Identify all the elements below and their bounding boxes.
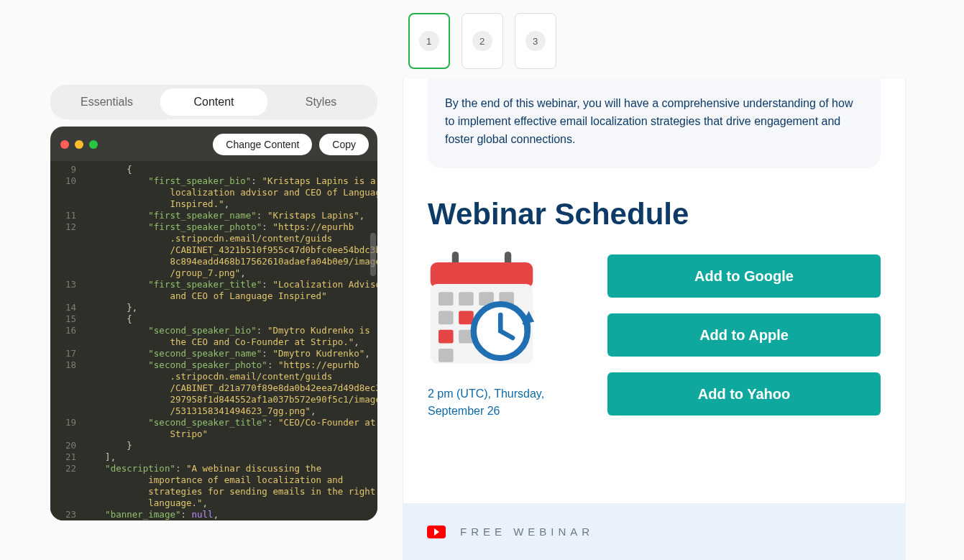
svg-rect-13 <box>459 311 474 325</box>
page-thumb-3[interactable]: 3 <box>515 13 556 69</box>
page-thumb-2[interactable]: 2 <box>462 13 503 69</box>
code-toolbar: Change Content Copy <box>50 127 377 161</box>
preview-pane: By the end of this webinar, you will hav… <box>403 79 906 560</box>
calendar-clock-icon <box>428 252 536 366</box>
page-number: 1 <box>419 31 439 51</box>
page-thumb-1[interactable]: 1 <box>408 13 450 69</box>
schedule-row: 2 pm (UTC), Thursday, September 26 Add t… <box>428 252 881 419</box>
schedule-heading: Webinar Schedule <box>428 197 881 231</box>
maximize-icon <box>89 140 98 149</box>
code-lines[interactable]: { "first_speaker_bio": "Kristaps Lapins … <box>82 161 377 520</box>
tab-styles[interactable]: Styles <box>267 88 375 116</box>
calendar-buttons: Add to Google Add to Apple Add to Yahoo <box>607 252 881 416</box>
scrollbar-thumb[interactable] <box>370 233 376 276</box>
page-number: 3 <box>525 31 546 51</box>
pagination: 1 2 3 <box>408 13 556 69</box>
line-gutter: 91011121314151617181920212223242526 <box>50 161 82 520</box>
schedule-time: 2 pm (UTC), Thursday, September 26 <box>428 385 550 420</box>
page-number: 2 <box>472 31 492 51</box>
left-panel: Essentials Content Styles Change Content… <box>50 85 377 520</box>
tab-bar: Essentials Content Styles <box>50 85 377 119</box>
copy-button[interactable]: Copy <box>319 134 369 155</box>
tab-content[interactable]: Content <box>160 88 267 116</box>
youtube-icon <box>427 525 446 538</box>
svg-rect-14 <box>439 330 454 344</box>
svg-rect-12 <box>439 349 454 362</box>
footer-banner: FREE WEBINAR <box>403 503 906 560</box>
add-to-google-button[interactable]: Add to Google <box>607 254 881 298</box>
add-to-yahoo-button[interactable]: Add to Yahoo <box>607 372 881 416</box>
webinar-description: By the end of this webinar, you will hav… <box>428 79 881 168</box>
svg-rect-4 <box>439 293 454 306</box>
minimize-icon <box>75 140 83 149</box>
traffic-lights <box>60 140 98 149</box>
code-panel: Change Content Copy 91011121314151617181… <box>50 127 377 520</box>
code-body[interactable]: 91011121314151617181920212223242526 { "f… <box>50 161 377 520</box>
svg-rect-5 <box>459 293 474 306</box>
calendar-column: 2 pm (UTC), Thursday, September 26 <box>428 252 550 419</box>
close-icon <box>60 140 69 149</box>
tab-essentials[interactable]: Essentials <box>53 88 160 116</box>
svg-rect-8 <box>439 311 454 325</box>
free-webinar-label: FREE WEBINAR <box>460 525 594 538</box>
change-content-button[interactable]: Change Content <box>213 134 312 155</box>
add-to-apple-button[interactable]: Add to Apple <box>607 313 881 357</box>
